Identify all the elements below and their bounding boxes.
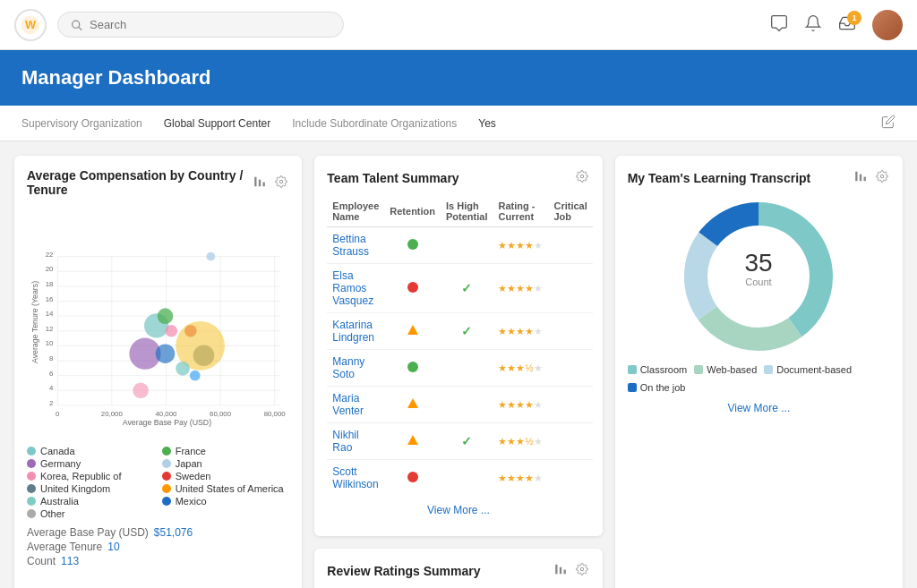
svg-text:Count: Count <box>746 277 772 287</box>
supervisory-org-value: Global Support Center <box>164 117 270 130</box>
search-bar[interactable] <box>57 12 344 38</box>
high-potential-cell <box>441 227 493 264</box>
scatter-header: Average Compensation by Country / Tenure <box>27 168 289 197</box>
svg-point-2 <box>73 21 80 28</box>
svg-rect-6 <box>263 182 265 186</box>
table-row: Manny Soto ★★★½★ <box>327 350 592 387</box>
search-input[interactable] <box>90 18 330 31</box>
supervisory-org-label: Supervisory Organization <box>21 117 142 130</box>
talent-view-more-link[interactable]: View More ... <box>427 504 490 516</box>
svg-point-43 <box>580 175 584 178</box>
svg-text:22: 22 <box>46 251 54 259</box>
notifications-button[interactable] <box>804 14 822 35</box>
high-potential-cell <box>441 460 493 497</box>
svg-rect-4 <box>254 176 256 186</box>
scatter-chart-btn[interactable] <box>252 174 268 192</box>
legend-korea: Korea, Republic of <box>27 471 155 481</box>
svg-text:20,000: 20,000 <box>101 410 124 418</box>
employee-link[interactable]: Bettina Strauss <box>332 233 369 258</box>
employee-link[interactable]: Scott Wilkinson <box>332 465 378 490</box>
rating-cell: ★★★★★ <box>493 313 548 350</box>
svg-text:8: 8 <box>49 354 53 362</box>
critical-cell <box>548 460 592 497</box>
scatter-gear-btn[interactable] <box>273 174 289 192</box>
filter-edit-button[interactable] <box>881 115 896 132</box>
table-row: Elsa Ramos Vasquez ✓ ★★★★★ <box>327 264 592 313</box>
scatter-plot: Average Tenure (Years) 2 4 6 8 10 12 14 … <box>27 206 289 439</box>
col-rating: Rating - Current <box>493 196 548 227</box>
employee-link[interactable]: Manny Soto <box>332 355 364 380</box>
review-title: Review Ratings Summary <box>327 564 552 578</box>
talent-card: Team Talent Summary Employee Name Retent… <box>314 156 602 536</box>
gear-icon <box>576 170 588 183</box>
critical-cell <box>548 423 592 460</box>
retention-cell <box>384 423 441 460</box>
retention-cell <box>384 264 441 313</box>
learning-gear-btn[interactable] <box>874 168 890 187</box>
learning-card: My Team's Learning Transcript <box>615 156 903 588</box>
svg-rect-56 <box>563 570 565 575</box>
chat-button[interactable] <box>770 14 788 35</box>
legend-japan: Japan <box>162 458 290 469</box>
critical-cell <box>548 264 592 313</box>
retention-cell <box>384 460 441 497</box>
donut-chart: 35 Count <box>628 196 890 357</box>
learning-chart-btn[interactable] <box>853 168 869 187</box>
avatar[interactable] <box>872 10 903 40</box>
main-content: Average Compensation by Country / Tenure <box>0 141 917 588</box>
svg-text:16: 16 <box>46 295 54 303</box>
svg-point-57 <box>580 567 584 571</box>
inbox-badge: 1 <box>847 11 861 25</box>
logo[interactable]: W <box>14 9 47 41</box>
review-gear-btn[interactable] <box>574 561 590 580</box>
svg-text:0: 0 <box>56 410 60 418</box>
search-icon <box>71 19 82 31</box>
table-row: Bettina Strauss ★★★★★ <box>327 227 592 264</box>
edit-icon <box>881 115 896 129</box>
legend-web-based: Web-based <box>694 364 757 375</box>
legend-sweden: Sweden <box>162 471 290 481</box>
svg-line-3 <box>79 27 81 30</box>
donut-svg: 35 Count <box>678 196 839 357</box>
legend-france: France <box>162 446 290 456</box>
scatter-title: Average Compensation by Country / Tenure <box>27 168 252 197</box>
legend-document-based: Document-based <box>764 364 852 375</box>
svg-text:60,000: 60,000 <box>210 410 232 418</box>
employee-link[interactable]: Katarina Lindgren <box>332 319 374 344</box>
bubble-australia <box>176 362 190 376</box>
svg-text:Average Base Pay (USD): Average Base Pay (USD) <box>123 418 211 427</box>
gear-icon <box>876 170 888 183</box>
rating-cell: ★★★★★ <box>493 460 548 497</box>
svg-text:Average Tenure (Years): Average Tenure (Years) <box>30 281 39 363</box>
bubble-korea <box>165 325 177 337</box>
retention-cell <box>384 227 441 264</box>
inbox-button[interactable]: 1 <box>838 14 856 35</box>
employee-link[interactable]: Maria Venter <box>332 392 364 417</box>
legend-australia: Australia <box>27 496 155 507</box>
svg-point-7 <box>280 180 284 183</box>
rating-cell: ★★★½★ <box>493 423 548 460</box>
filter-bar: Supervisory Organization Global Support … <box>0 106 917 141</box>
talent-header: Team Talent Summary <box>327 168 589 187</box>
chart-icon <box>554 563 567 575</box>
talent-icons <box>574 168 590 187</box>
svg-text:2: 2 <box>49 399 53 407</box>
learning-view-more-link[interactable]: View More ... <box>628 402 890 414</box>
review-chart-btn[interactable] <box>553 561 569 580</box>
rating-cell: ★★★½★ <box>493 350 548 387</box>
learning-header: My Team's Learning Transcript <box>628 168 890 187</box>
svg-rect-5 <box>259 179 261 186</box>
bubble-mexico <box>156 344 176 363</box>
stat-tenure: Average Tenure 10 <box>27 541 289 553</box>
workday-logo-icon: W <box>20 14 41 36</box>
employee-link[interactable]: Nikhil Rao <box>332 429 358 454</box>
page-header: Manager Dashboard <box>0 50 917 106</box>
svg-rect-54 <box>555 565 557 575</box>
talent-gear-btn[interactable] <box>574 168 590 187</box>
col-retention: Retention <box>384 196 441 227</box>
top-nav: W 1 <box>0 0 917 50</box>
chart-icon <box>253 175 266 188</box>
svg-text:6: 6 <box>49 370 53 378</box>
employee-link[interactable]: Elsa Ramos Vasquez <box>332 269 373 307</box>
high-potential-cell <box>441 350 493 387</box>
